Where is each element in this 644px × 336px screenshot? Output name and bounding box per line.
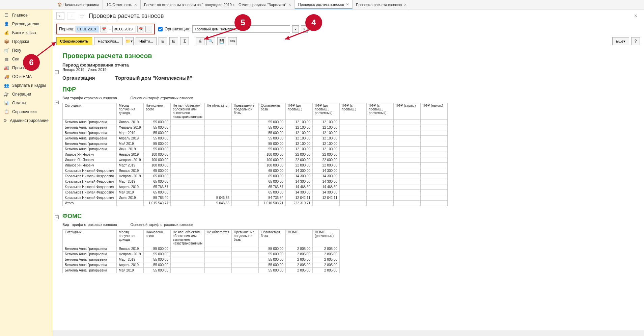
nav-forward-button[interactable]: → [67,12,75,20]
table-cell: 55 000,00 [144,246,171,252]
table-cell: 5 046,56 [205,201,232,206]
table-cell: Июнь 2019 [117,195,144,201]
table-cell [232,130,259,136]
calendar-from-icon[interactable]: 📅 [101,26,107,32]
org-checkbox[interactable] [158,27,163,31]
settings-button[interactable]: Настройки... [94,37,123,45]
table-row: Белкина Анна ГригорьевнаФевраль 201955 0… [63,125,448,130]
table-cell [171,190,205,195]
tab[interactable]: 🏠Начальная страница [54,0,103,9]
table-cell [205,130,232,136]
table-cell: Белкина Анна Григорьевна [63,136,117,141]
annotation-circle-5: 5 [234,14,251,31]
table-cell: 65 000,00 [144,190,171,195]
svg-marker-1 [204,36,209,40]
sidebar-label: Продажи [12,39,29,44]
table-cell [394,184,421,190]
sidebar-item[interactable]: 📋Справочники [0,107,52,116]
table-cell: 14 468,60 [286,184,313,190]
collapse-icon[interactable]: ⊟ [169,37,178,45]
sidebar-item[interactable]: ДтОперации [0,90,52,99]
table-cell [367,168,394,174]
sidebar-item[interactable]: 👤Руководителю [0,20,52,28]
more-button[interactable]: Еще ▾ [612,37,629,45]
tab-label: Отчеты раздела "Зарплата" [239,3,286,7]
table-cell: 55 000,00 [144,120,171,125]
tab-close-icon[interactable]: × [288,2,291,7]
table-cell [340,190,367,195]
table-cell: 2 805,00 [286,252,313,257]
sidebar-item[interactable]: 💰Банк и касса [0,28,52,37]
tab[interactable]: Отчеты раздела "Зарплата"× [235,0,295,9]
collapse-marker-icon[interactable]: − [55,215,59,219]
collapse-marker-icon[interactable]: − [55,101,59,104]
table-cell [171,136,205,141]
table-cell [171,168,205,174]
table-cell: 12 042,11 [286,195,313,201]
table-cell: 100 000,00 [259,163,286,168]
find-button[interactable]: Найти... [136,37,157,45]
table-cell: Январь 2019 [117,152,144,157]
table-cell [421,190,448,195]
table-cell: Белкина Анна Григорьевна [63,262,117,268]
tab-close-icon[interactable]: × [346,2,349,7]
tab-label: Проверка расчета взносов [356,3,402,7]
sidebar-icon: 👤 [3,22,9,26]
table-cell: 12 100,00 [286,120,313,125]
table-cell: Апрель 2019 [117,136,144,141]
table-cell [340,179,367,184]
tab[interactable]: Проверка расчета взносов× [353,0,410,9]
date-to-input[interactable] [112,26,136,32]
generate-button[interactable]: Сформировать [56,37,92,45]
collapse-marker-icon[interactable]: − [55,70,59,74]
expand-icon[interactable]: ⊞ [159,37,167,45]
tab[interactable]: Проверка расчета взносов× [295,0,353,9]
table-cell: 14 468,60 [313,184,340,190]
calendar-to-icon[interactable]: 📅 [137,26,144,32]
table-header: ПФР (до превыш., расчетный) [313,103,340,120]
nav-back-button[interactable]: ← [56,12,64,20]
period-ellipsis-button[interactable]: ... [145,26,152,32]
table-cell: 22 000,00 [313,163,340,168]
table-cell [232,136,259,141]
scrollbar-horizontal[interactable] [52,331,644,336]
table-cell: 22 000,00 [286,152,313,157]
table-cell [367,163,394,168]
table-cell: Ковальков Николай Федорович [63,184,117,190]
sidebar-item[interactable]: ⚙Администрирование [0,116,52,125]
sidebar-label: Отчеты [12,101,26,105]
tab-close-icon[interactable]: × [404,2,407,7]
table-cell [205,184,232,190]
report-title: Проверка расчета взносов [62,52,637,60]
sum-icon[interactable]: Σ [180,37,189,45]
table-cell: 5 046,56 [205,195,232,201]
tab[interactable]: 1С-Отчетность× [103,0,141,9]
table-cell [171,120,205,125]
sidebar-item[interactable]: 👥Зарплата и кадры [0,81,52,90]
table-cell [394,201,421,206]
table-cell: 12 100,00 [313,136,340,141]
sidebar-item[interactable]: 🚚ОС и НМА [0,72,52,81]
tab-label: 1С-Отчетность [106,3,132,7]
tab[interactable]: Расчет по страховым взносам за 1 полугод… [141,0,235,9]
table-row: Белкина Анна ГригорьевнаАпрель 201955 00… [63,262,340,268]
tab-close-icon[interactable]: × [134,2,137,7]
table-row: Белкина Анна ГригорьевнаЯнварь 201955 00… [63,120,448,125]
table-header: ПФР (до превыш.) [286,103,313,120]
table-row: Белкина Анна ГригорьевнаФевраль 201955 0… [63,252,340,257]
table-cell: 65 000,00 [259,179,286,184]
table-cell: 55 000,00 [259,136,286,141]
sidebar-item[interactable]: ☰Главное [0,11,52,20]
sidebar-item[interactable]: 📊Отчеты [0,99,52,107]
save-settings-icon[interactable]: 📁▾ [125,37,134,45]
page-close-button[interactable]: × [632,13,640,19]
favorite-star-icon[interactable]: ☆ [79,12,85,20]
help-button[interactable]: ? [631,37,640,45]
date-from-input[interactable] [76,26,99,32]
table-cell [340,201,367,206]
sidebar-icon: ☰ [3,13,9,18]
table-cell [394,136,421,141]
table-cell: 2 805,00 [286,246,313,252]
tariff-value: Основной тариф страховых взносов [131,223,193,227]
table-cell [394,130,421,136]
